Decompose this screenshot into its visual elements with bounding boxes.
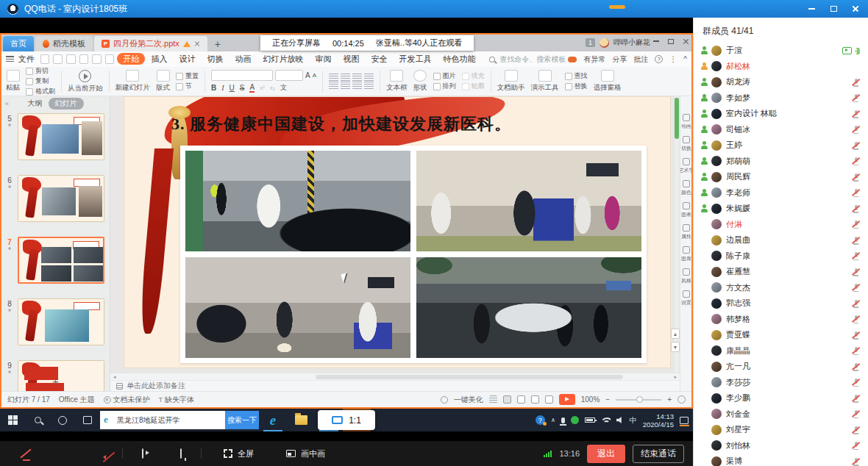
font-family-select[interactable] <box>211 70 273 81</box>
bold-button[interactable]: B <box>211 84 216 92</box>
tab-home[interactable]: 首页 <box>3 36 34 51</box>
member-row[interactable]: 付淋 <box>694 217 868 233</box>
member-row[interactable]: 亢一凡 <box>694 359 868 375</box>
member-row[interactable]: 司钿冰 <box>694 122 868 138</box>
shapes-button[interactable]: 形状 <box>413 70 427 93</box>
align-center-icon[interactable] <box>341 82 350 89</box>
menu-tab[interactable]: 设计 <box>173 53 201 65</box>
end-call-button[interactable]: 结束通话 <box>633 445 684 463</box>
fullscreen-button[interactable]: 全屏 <box>224 448 254 459</box>
member-row[interactable]: 康晶晶 <box>694 343 868 359</box>
font-grow-button[interactable]: A <box>305 71 310 79</box>
member-row[interactable]: 崔雁慧 <box>694 264 868 280</box>
member-row[interactable]: 刘星宇 <box>694 422 868 438</box>
member-row[interactable]: 陈子康 <box>694 248 868 265</box>
member-row[interactable]: 韩梦格 <box>694 312 868 328</box>
output-icon[interactable] <box>53 54 63 64</box>
strikethrough-button[interactable]: S <box>240 84 245 92</box>
previous-slide-button[interactable]: ▲ <box>671 329 680 339</box>
side-tool[interactable]: 图表 <box>680 202 692 218</box>
slide-photo-grid[interactable] <box>180 146 647 363</box>
master-view-icon[interactable] <box>545 395 553 404</box>
new-tab-button[interactable]: + <box>215 37 221 51</box>
taskbar-explorer[interactable] <box>287 409 315 431</box>
search-go-button[interactable]: 搜索一下 <box>225 411 259 429</box>
fit-slide-icon[interactable] <box>677 395 686 404</box>
notes-bar[interactable]: 单击此处添加备注 <box>110 380 680 391</box>
superscript-button[interactable]: x² <box>260 85 265 91</box>
picture-button[interactable]: 图片 <box>433 71 456 81</box>
menu-tab[interactable]: 开发工具 <box>393 53 437 65</box>
presentation-button[interactable] <box>180 449 182 458</box>
hidden-icons-chevron[interactable]: ∧ <box>551 417 555 423</box>
file-menu[interactable]: 文件 <box>18 54 35 65</box>
indent-increase-icon[interactable] <box>364 74 374 81</box>
wps-minimize-icon[interactable] <box>653 40 659 42</box>
side-tool[interactable]: 风格 <box>680 268 692 284</box>
action-center-icon[interactable] <box>680 417 689 424</box>
scroll-right-icon[interactable]: ▸ <box>674 373 677 381</box>
member-row[interactable]: 郭志强 <box>694 295 868 312</box>
share-ratio-overlay[interactable]: 1:1 <box>318 410 375 430</box>
new-slide-button[interactable]: 新建幻灯片 <box>115 70 151 93</box>
scroll-left-icon[interactable]: ◂ <box>113 373 116 381</box>
tray-app-icon[interactable] <box>571 416 579 424</box>
next-slide-button[interactable]: ▼ <box>671 342 680 352</box>
slide-thumbnail[interactable]: 6 <box>1 175 110 222</box>
format-painter-button[interactable]: 格式刷 <box>26 87 55 96</box>
layout-button[interactable]: 版式 <box>156 70 170 93</box>
member-row[interactable]: 郑萌萌 <box>694 154 868 170</box>
menu-tab[interactable]: 视图 <box>337 53 365 65</box>
side-tool[interactable]: 属性 <box>680 224 692 240</box>
close-tab-icon[interactable] <box>194 41 200 47</box>
slide-thumbnail[interactable]: 5 <box>1 113 110 160</box>
slideshow-button[interactable] <box>559 394 575 405</box>
message-badge[interactable]: 1 <box>586 38 595 47</box>
share-menu[interactable]: 分享 <box>612 54 627 65</box>
font-color-button[interactable]: A <box>249 84 255 93</box>
member-row[interactable]: 郝松林 <box>694 59 868 75</box>
theme-name[interactable]: Office 主题 <box>59 395 95 405</box>
copy-button[interactable]: 复制 <box>26 76 55 86</box>
menu-tab[interactable]: 切换 <box>201 53 229 65</box>
present-tools-button[interactable]: 演示工具 <box>531 70 559 93</box>
slide-canvas[interactable]: 3. 服务健康中国建设，加快建设发展新医科。 ▲ ▼ <box>110 96 680 373</box>
member-row[interactable]: 方文杰 <box>694 280 868 296</box>
help-icon[interactable]: ? <box>655 55 663 63</box>
member-row[interactable]: 朱娓媛 <box>694 201 868 217</box>
doc-assistant-button[interactable]: 文档助手 <box>497 70 525 93</box>
screen-share-button[interactable] <box>142 449 143 458</box>
menu-tab[interactable]: 开始 <box>117 53 145 65</box>
bullets-icon[interactable] <box>329 74 338 81</box>
exit-button[interactable]: 退出 <box>587 445 625 463</box>
member-row[interactable]: 周民辉 <box>694 169 868 185</box>
menu-tab[interactable]: 特色功能 <box>437 53 481 65</box>
task-view-button[interactable] <box>75 409 100 431</box>
cortana-button[interactable] <box>50 409 75 431</box>
replace-button[interactable]: 替换 <box>565 82 588 91</box>
collapse-panel-icon[interactable]: « <box>5 100 9 107</box>
comment-menu[interactable]: 批注 <box>633 54 648 65</box>
cloud-sync-icon[interactable] <box>568 57 577 62</box>
member-row[interactable]: 室内设计 林聪 <box>694 106 868 122</box>
tray-mic-icon[interactable] <box>561 417 565 423</box>
member-row[interactable]: 刘怡林 <box>694 438 868 454</box>
side-tool[interactable]: 颜色 <box>680 180 692 196</box>
zoom-level[interactable]: 100% <box>581 395 600 404</box>
redo-icon[interactable] <box>105 54 115 64</box>
member-row[interactable]: 边晨曲 <box>694 232 868 248</box>
member-row[interactable]: 李莎莎 <box>694 375 868 391</box>
tab-document[interactable]: P 四月份第二次.pptx <box>94 36 207 51</box>
preview-icon[interactable] <box>79 54 89 64</box>
slide-sorter-icon[interactable] <box>517 395 525 404</box>
menu-tab[interactable]: 插入 <box>145 53 173 65</box>
add-slide-button[interactable]: + <box>1 375 110 390</box>
zoom-in-button[interactable]: + <box>667 395 672 404</box>
collapse-ribbon-icon[interactable]: ^ <box>683 55 687 63</box>
zoom-out-button[interactable]: − <box>605 395 610 404</box>
sync-status[interactable]: 有异常 <box>583 54 605 65</box>
side-tool[interactable]: 切换 <box>680 136 692 152</box>
taskbar-edge[interactable]: e <box>259 409 287 431</box>
pip-button[interactable]: 画中画 <box>286 448 325 459</box>
slides-tab[interactable]: 幻灯片 <box>49 98 84 110</box>
